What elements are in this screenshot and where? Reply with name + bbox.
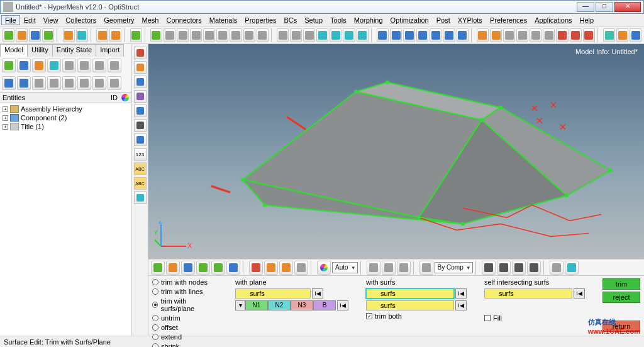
tool-rotate-icon[interactable] xyxy=(150,28,162,42)
vtool-2-icon[interactable] xyxy=(134,61,147,74)
menu-bcs[interactable]: BCs xyxy=(280,15,301,25)
tool-new-icon[interactable] xyxy=(3,28,14,42)
expand-icon[interactable]: + xyxy=(3,124,8,130)
fill-option[interactable]: Fill xyxy=(484,314,585,322)
tool-open-icon[interactable] xyxy=(16,28,28,42)
tool-win1-icon[interactable] xyxy=(377,28,389,42)
tool-import-icon[interactable] xyxy=(42,28,54,42)
tool-win6-icon[interactable] xyxy=(443,28,455,42)
tool-spin-icon[interactable] xyxy=(357,28,369,42)
tab-model[interactable]: Model xyxy=(0,44,28,57)
browser-btn2-icon[interactable] xyxy=(17,59,31,72)
disp-color-icon[interactable] xyxy=(317,261,331,275)
radio-trim-nodes[interactable]: trim with nodes xyxy=(152,278,218,286)
menu-edit[interactable]: Edit xyxy=(20,15,40,25)
disp-wire1-icon[interactable] xyxy=(482,261,496,275)
disp-b3-icon[interactable] xyxy=(181,261,195,275)
menu-mesh[interactable]: Mesh xyxy=(138,15,163,25)
switch-icon[interactable]: I◀ xyxy=(312,288,323,299)
tool-win7-icon[interactable] xyxy=(457,28,469,42)
menu-optimization[interactable]: Optimization xyxy=(387,15,433,25)
radio-shrink[interactable]: shrink xyxy=(152,343,218,347)
tool-ext2-icon[interactable] xyxy=(616,28,628,42)
with-surfs-selector1[interactable]: surfs xyxy=(366,288,454,299)
minimize-button[interactable]: — xyxy=(577,2,594,12)
color-wheel-icon[interactable] xyxy=(121,94,129,101)
disp-b6-icon[interactable] xyxy=(226,261,240,275)
browser-btn7-icon[interactable] xyxy=(92,59,106,72)
tool-axis6-icon[interactable] xyxy=(230,28,242,42)
disp-b4-icon[interactable] xyxy=(196,261,210,275)
tab-utility[interactable]: Utility xyxy=(27,44,53,57)
tree-row-assembly[interactable]: + Assembly Hierarchy xyxy=(3,105,129,113)
browser-b15-icon[interactable] xyxy=(92,76,106,90)
with-plane-surfs-selector[interactable]: surfs xyxy=(235,288,311,299)
browser-b11-icon[interactable] xyxy=(32,76,46,90)
vtool-7-icon[interactable] xyxy=(134,134,147,146)
tool-collector-icon[interactable] xyxy=(63,28,75,42)
disp-org-icon[interactable] xyxy=(264,261,278,275)
tool-axis2-icon[interactable] xyxy=(177,28,189,42)
browser-btn6-icon[interactable] xyxy=(77,59,91,72)
tool-win5-icon[interactable] xyxy=(430,28,441,42)
tool-render1-icon[interactable] xyxy=(477,28,489,42)
vtool-8-icon[interactable] xyxy=(134,191,147,204)
disp-q-icon[interactable] xyxy=(294,261,308,275)
browser-b9-icon[interactable] xyxy=(2,76,16,90)
radio-extend[interactable]: extend xyxy=(152,333,218,341)
cell-n2[interactable]: N2 xyxy=(268,300,291,310)
cell-n3[interactable]: N3 xyxy=(291,300,313,310)
menu-applications[interactable]: Applications xyxy=(531,15,575,25)
trim-button[interactable]: trim xyxy=(602,278,640,290)
tool-mesh3-icon[interactable] xyxy=(583,28,595,42)
entity-tree[interactable]: + Assembly Hierarchy + Component (2) + T… xyxy=(0,103,131,336)
maximize-button[interactable]: □ xyxy=(596,2,613,12)
cell-b[interactable]: B xyxy=(313,300,336,310)
tool-pan-icon[interactable] xyxy=(316,28,328,42)
disp-b1-icon[interactable] xyxy=(151,261,165,275)
browser-btn5-icon[interactable] xyxy=(62,59,76,72)
disp-wire3-icon[interactable] xyxy=(512,261,526,275)
browser-b14-icon[interactable] xyxy=(77,76,91,90)
tool-render2-icon[interactable] xyxy=(490,28,502,42)
menu-setup[interactable]: Setup xyxy=(301,15,326,25)
disp-line3-icon[interactable] xyxy=(397,261,411,275)
browser-btn3-icon[interactable] xyxy=(32,59,46,72)
browser-b16-icon[interactable] xyxy=(108,76,121,90)
tool-card-icon[interactable] xyxy=(76,28,88,42)
tool-zoom-icon[interactable] xyxy=(277,28,289,42)
radio-trim-surfs[interactable]: trim with surfs/plane xyxy=(152,297,218,312)
vtool-5-icon[interactable] xyxy=(134,105,147,117)
menu-preferences[interactable]: Preferences xyxy=(486,15,531,25)
tool-axis4-icon[interactable] xyxy=(203,28,215,42)
browser-b13-icon[interactable] xyxy=(62,76,76,90)
tool-axis1-icon[interactable] xyxy=(164,28,175,42)
vtool-3-icon[interactable] xyxy=(134,76,147,88)
menu-connectors[interactable]: Connectors xyxy=(162,15,205,25)
browser-b12-icon[interactable] xyxy=(47,76,61,90)
disp-del-icon[interactable] xyxy=(249,261,263,275)
switch5-icon[interactable]: I◀ xyxy=(574,288,585,299)
tool-fit-icon[interactable] xyxy=(303,28,315,42)
menu-file[interactable]: File xyxy=(1,15,20,25)
tab-import[interactable]: Import xyxy=(96,44,124,57)
vtool-4-icon[interactable] xyxy=(134,90,147,103)
check-trim-both[interactable]: trim both xyxy=(366,312,467,320)
menu-collectors[interactable]: Collectors xyxy=(62,15,100,25)
tool-user2-icon[interactable] xyxy=(109,28,121,42)
menu-materials[interactable]: Materials xyxy=(206,15,242,25)
tool-mesh2-icon[interactable] xyxy=(570,28,582,42)
disp-line2-icon[interactable] xyxy=(382,261,396,275)
3d-viewport[interactable]: Model Info: Untitled* 1CAE.COM xyxy=(148,44,644,259)
disp-cube-icon[interactable] xyxy=(419,261,433,275)
tool-win2-icon[interactable] xyxy=(390,28,402,42)
radio-trim-lines[interactable]: trim with lines xyxy=(152,288,218,295)
tool-axis7-icon[interactable] xyxy=(243,28,255,42)
tool-ext1-icon[interactable] xyxy=(603,28,615,42)
tool-cube1-icon[interactable] xyxy=(516,28,528,42)
tool-user-icon[interactable] xyxy=(96,28,108,42)
vtool-6-icon[interactable] xyxy=(134,119,147,132)
tool-mesh1-icon[interactable] xyxy=(556,28,568,42)
disp-b5-icon[interactable] xyxy=(211,261,225,275)
tree-row-title[interactable]: + Title (1) xyxy=(3,122,129,131)
